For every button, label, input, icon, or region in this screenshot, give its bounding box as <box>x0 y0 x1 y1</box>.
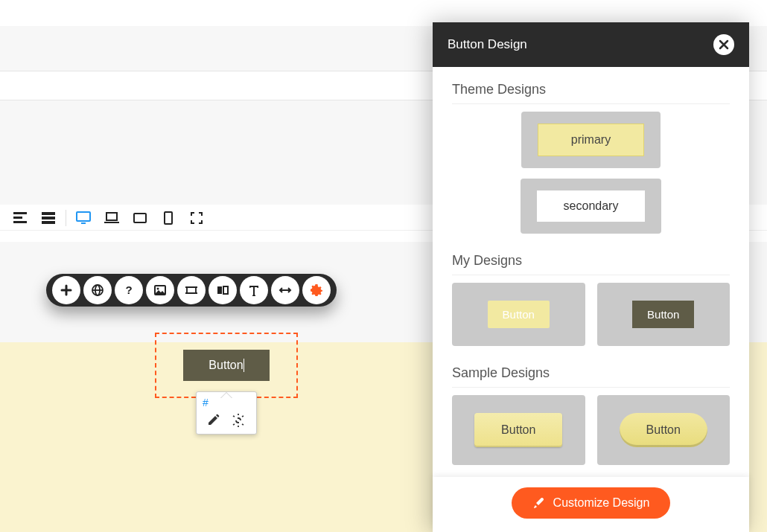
gear-icon[interactable] <box>302 276 331 304</box>
theme-secondary-button: secondary <box>537 190 646 222</box>
tablet-landscape-icon[interactable] <box>126 206 154 230</box>
svg-rect-9 <box>104 222 119 223</box>
my-design-2[interactable]: Button <box>597 283 731 346</box>
svg-rect-3 <box>42 212 55 215</box>
close-icon[interactable] <box>713 34 734 55</box>
add-icon[interactable] <box>52 276 80 304</box>
my-design-1-button: Button <box>488 301 550 328</box>
selected-button[interactable]: Button <box>183 350 269 382</box>
svg-text:?: ? <box>125 283 132 296</box>
svg-rect-1 <box>13 217 22 219</box>
customize-button[interactable]: Customize Design <box>512 487 671 519</box>
sample-design-1[interactable]: Button <box>452 395 585 465</box>
my-design-1[interactable]: Button <box>452 283 585 346</box>
theme-primary-button: primary <box>538 124 644 156</box>
section-theme-title: Theme Designs <box>452 82 730 104</box>
design-panel: Button Design Theme Designs primary seco… <box>433 22 749 532</box>
link-url[interactable]: # <box>203 397 250 408</box>
svg-point-16 <box>157 288 159 290</box>
svg-rect-18 <box>223 286 228 294</box>
expand-icon[interactable] <box>182 206 211 230</box>
svg-rect-8 <box>106 213 117 220</box>
unlink-icon[interactable] <box>231 413 246 428</box>
svg-rect-7 <box>81 222 86 224</box>
width-icon[interactable] <box>271 276 299 304</box>
customize-label: Customize Design <box>553 496 650 510</box>
element-toolbar: ? <box>46 274 337 307</box>
text-icon[interactable] <box>240 276 268 304</box>
theme-secondary-swatch[interactable]: secondary <box>521 179 662 234</box>
svg-rect-0 <box>13 212 27 214</box>
section-my-title: My Designs <box>452 253 730 275</box>
link-popover: # <box>196 391 257 435</box>
svg-rect-4 <box>42 217 55 219</box>
svg-rect-10 <box>134 214 146 222</box>
svg-rect-5 <box>42 221 55 224</box>
desktop-icon[interactable] <box>69 206 98 230</box>
align-left-icon[interactable] <box>6 206 34 230</box>
tablet-portrait-icon[interactable] <box>154 206 182 230</box>
theme-primary-swatch[interactable]: primary <box>521 112 661 168</box>
sample-design-2-button: Button <box>620 413 707 447</box>
edit-icon[interactable] <box>207 413 220 428</box>
svg-rect-2 <box>13 221 27 223</box>
svg-rect-17 <box>217 286 222 294</box>
panel-footer: Customize Design <box>433 477 749 532</box>
selected-button-label: Button <box>209 359 243 371</box>
panel-body[interactable]: Theme Designs primary secondary My Desig… <box>433 67 749 532</box>
help-icon[interactable]: ? <box>115 276 143 304</box>
globe-icon[interactable] <box>83 276 112 304</box>
my-design-2-button: Button <box>632 301 694 328</box>
columns-icon[interactable] <box>209 276 237 304</box>
panel-title: Button Design <box>448 37 527 52</box>
section-sample-title: Sample Designs <box>452 365 730 388</box>
section-icon[interactable] <box>177 276 206 304</box>
sample-design-1-button: Button <box>474 413 562 447</box>
sample-design-2[interactable]: Button <box>597 395 731 465</box>
image-icon[interactable] <box>146 276 174 304</box>
svg-rect-6 <box>77 212 90 221</box>
laptop-icon[interactable] <box>98 206 126 230</box>
rows-icon[interactable] <box>34 206 63 230</box>
svg-rect-11 <box>165 212 172 224</box>
panel-header: Button Design <box>433 22 749 67</box>
brush-icon <box>532 496 546 510</box>
